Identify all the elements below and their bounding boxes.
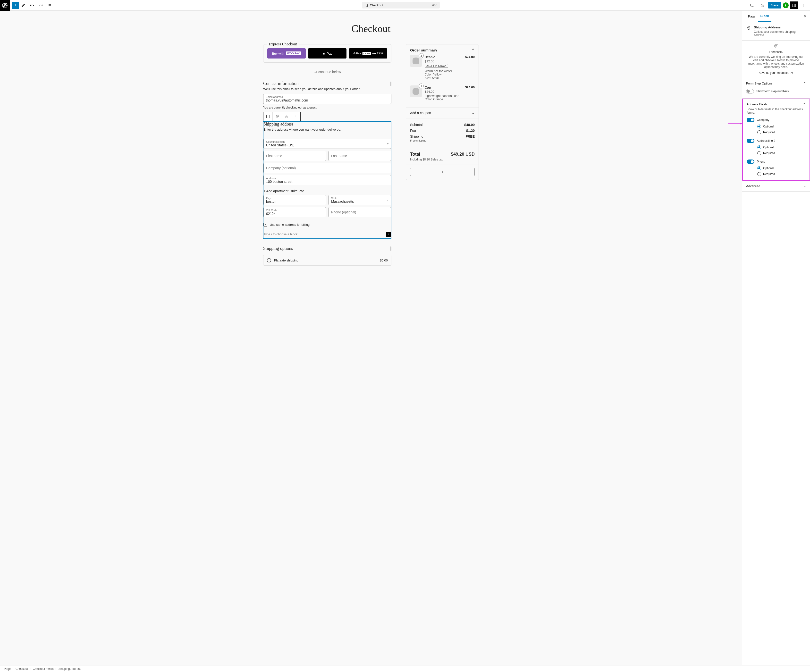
company-required-radio[interactable]: Required	[747, 129, 806, 135]
svg-rect-11	[775, 45, 778, 47]
feedback-panel: Feedback? We are currently working on im…	[742, 41, 810, 78]
chat-icon	[746, 44, 806, 49]
address2-optional-radio[interactable]: Optional	[747, 144, 806, 150]
breadcrumb-item[interactable]: Shipping Address	[59, 667, 81, 670]
options-button[interactable]: ⋮	[799, 1, 808, 10]
subtotal-label: Subtotal	[410, 123, 422, 127]
order-summary-block[interactable]: Order summary ⌃ 2 Beanie $12.00	[406, 44, 479, 180]
add-apartment-link[interactable]: + Add apartment, suite, etc.	[263, 187, 391, 195]
block-appender[interactable]: Type / to choose a block +	[263, 230, 391, 238]
product-image: 1	[410, 86, 422, 97]
keyboard-shortcut: ⌘K	[432, 3, 437, 7]
contact-desc: We'll use this email to send you details…	[263, 87, 392, 91]
svg-marker-9	[740, 123, 742, 125]
show-step-numbers-toggle[interactable]	[746, 89, 754, 93]
block-options-button[interactable]: ⋮	[291, 112, 300, 121]
tab-page[interactable]: Page	[746, 11, 758, 22]
page-selector-label: Checkout	[370, 3, 383, 7]
address-fields-panel: Address Fields ⌃ Show or hide fields in …	[742, 99, 810, 181]
last-name-field[interactable]: Last name	[329, 151, 391, 161]
close-icon[interactable]: ✕	[803, 14, 807, 19]
phone-field[interactable]: Phone (optional)	[329, 207, 391, 217]
woopay-button[interactable]: Buy with WOO PAY	[267, 48, 306, 59]
breadcrumb-item[interactable]: Checkout	[15, 667, 28, 670]
svg-point-10	[748, 27, 749, 28]
settings-panel-button[interactable]	[790, 2, 798, 9]
jetpack-icon[interactable]	[783, 2, 789, 8]
company-toggle[interactable]	[747, 118, 754, 122]
flat-rate-option[interactable]: Flat rate shipping $5.00	[263, 255, 392, 265]
breadcrumb-item[interactable]: Checkout Fields	[33, 667, 54, 670]
total-label: Total	[410, 152, 420, 157]
undo-button[interactable]	[28, 1, 36, 10]
guest-note: You are currently checking out as a gues…	[263, 106, 392, 109]
same-billing-checkbox[interactable]: ✓ Use same address for billing	[263, 219, 391, 230]
address-field[interactable]: Address 100 boston street	[263, 175, 391, 185]
google-pay-button[interactable]: G Pay CARD •••• 7348	[349, 48, 387, 59]
drag-handle-icon[interactable]	[390, 247, 392, 251]
company-field[interactable]: Company (optional)	[263, 163, 391, 173]
drag-handle-icon[interactable]	[390, 81, 392, 86]
svg-rect-7	[285, 116, 287, 118]
feedback-link[interactable]: Give us your feedback.	[759, 71, 789, 74]
shipping-options-block[interactable]: Shipping options Flat rate shipping $5.0…	[263, 246, 392, 265]
apple-pay-button[interactable]: Pay	[308, 48, 346, 59]
svg-rect-1	[751, 4, 754, 6]
chevron-down-icon: ▾	[387, 142, 388, 145]
settings-sidebar: Page Block ✕ Shipping Address Collect yo…	[742, 11, 810, 665]
order-item: 1 Cap $24.00 Lightweight baseball cap Co…	[410, 83, 475, 104]
zip-field[interactable]: ZIP Code 02124	[263, 207, 326, 217]
parent-block-button[interactable]	[263, 112, 273, 121]
device-preview-button[interactable]	[748, 1, 757, 10]
svg-point-6	[277, 116, 278, 116]
shipping-address-block[interactable]: Shipping address Enter the address where…	[263, 122, 392, 239]
phone-toggle[interactable]	[747, 159, 754, 164]
first-name-field[interactable]: First name	[263, 151, 326, 161]
email-field[interactable]: Email address thomas.vu@automattic.com	[263, 94, 392, 104]
address-fields-toggle[interactable]: Address Fields ⌃	[747, 103, 806, 106]
page-title[interactable]: Checkout	[263, 23, 479, 34]
advanced-panel[interactable]: Advanced ⌄	[746, 184, 806, 188]
qty-badge: 1	[419, 83, 424, 88]
top-toolbar: + Checkout ⌘K Save ⋮	[0, 0, 810, 11]
redo-button[interactable]	[36, 1, 45, 10]
location-icon-button[interactable]	[273, 112, 282, 121]
add-block-appender[interactable]: +	[410, 168, 475, 176]
edit-tool-button[interactable]	[19, 1, 28, 10]
svg-rect-2	[792, 4, 796, 7]
editor-canvas: Checkout Express Checkout Buy with WOO P…	[0, 11, 742, 665]
lock-icon-button[interactable]	[282, 112, 291, 121]
address2-required-radio[interactable]: Required	[747, 150, 806, 156]
annotation-arrow	[728, 121, 742, 126]
location-icon	[746, 25, 751, 31]
list-view-button[interactable]	[45, 1, 54, 10]
add-coupon-row[interactable]: Add a coupon ⌄	[410, 111, 475, 115]
phone-optional-radio[interactable]: Optional	[747, 165, 806, 171]
express-checkout-block[interactable]: Express Checkout Buy with WOO PAY Pay	[263, 44, 392, 62]
contact-information-block[interactable]: Contact information We'll use this email…	[263, 81, 392, 109]
state-field[interactable]: State Massachusetts ▾	[329, 195, 391, 205]
chevron-down-icon: ⌄	[472, 111, 475, 115]
page-icon	[365, 3, 368, 7]
external-link-button[interactable]	[758, 1, 767, 10]
chevron-up-icon[interactable]: ⌃	[471, 48, 475, 52]
phone-required-radio[interactable]: Required	[747, 171, 806, 177]
breadcrumb: Page › Checkout › Checkout Fields › Ship…	[0, 665, 810, 672]
save-button[interactable]: Save	[768, 2, 781, 8]
product-image: 2	[410, 55, 422, 67]
wordpress-logo[interactable]	[0, 0, 10, 11]
company-optional-radio[interactable]: Optional	[747, 123, 806, 129]
page-selector[interactable]: Checkout ⌘K	[362, 2, 440, 8]
tab-block[interactable]: Block	[758, 11, 771, 22]
city-field[interactable]: City boston	[263, 195, 326, 205]
tax-note: Including $8.20 Sales tax	[410, 158, 475, 161]
shipping-options-heading: Shipping options	[263, 246, 293, 251]
shipping-label: Shipping	[410, 135, 424, 138]
form-step-options-panel[interactable]: Form Step Options ⌃	[746, 81, 806, 85]
address2-toggle[interactable]	[747, 138, 754, 143]
plus-icon[interactable]: +	[386, 232, 391, 237]
country-field[interactable]: Country/Region United States (US) ▾	[263, 138, 391, 149]
add-block-button[interactable]: +	[12, 2, 19, 9]
block-title: Shipping Address	[754, 25, 806, 29]
breadcrumb-item[interactable]: Page	[4, 667, 11, 670]
